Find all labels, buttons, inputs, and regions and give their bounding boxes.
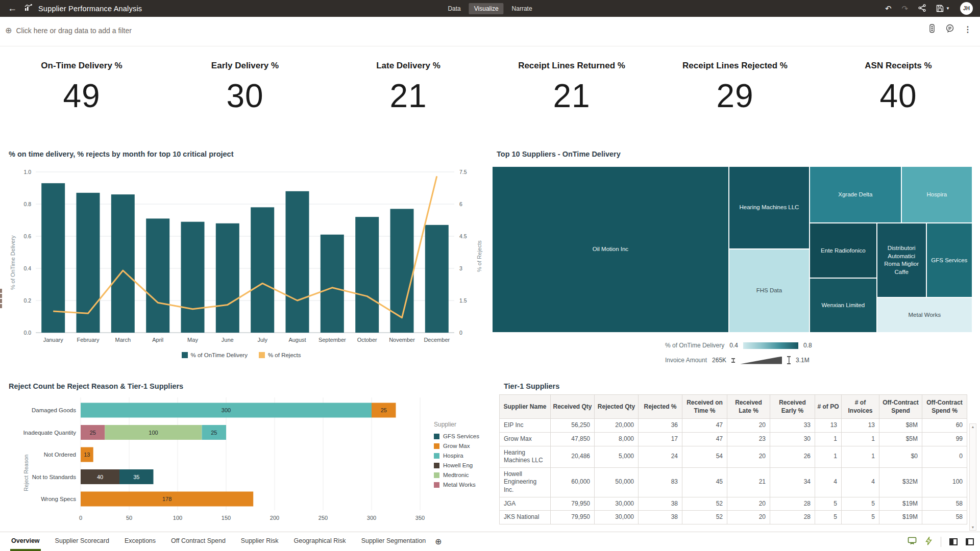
treemap-panel[interactable]: Top 10 Suppliers - OnTime Delivery Oil M… <box>492 142 976 372</box>
bar-december[interactable] <box>425 225 449 333</box>
kpi-tile[interactable]: On-Time Delivery % 49 <box>0 46 163 141</box>
bar-april[interactable] <box>146 218 169 333</box>
canvas-tab-off-contract-spend[interactable]: Off Contract Spend <box>170 532 227 551</box>
treemap-tile[interactable]: GFS Services <box>926 223 972 297</box>
canvas-tab-supplier-risk[interactable]: Supplier Risk <box>240 532 280 551</box>
canvas-tab-supplier-scorecard[interactable]: Supplier Scorecard <box>54 532 110 551</box>
reject-legend-item[interactable]: Medtronic <box>434 472 479 478</box>
table-row[interactable]: JGA79,95030,0003852202855$19M58 <box>500 497 967 511</box>
bar-october[interactable] <box>355 217 379 333</box>
mode-tab-visualize[interactable]: Visualize <box>469 3 504 14</box>
table-cell: 5 <box>815 511 842 524</box>
rejects-line[interactable] <box>53 176 437 317</box>
treemap-tile[interactable]: Ente Radiofonico <box>810 223 877 278</box>
kpi-tile[interactable]: Receipt Lines Rejected % 29 <box>653 46 817 141</box>
table-header-cell[interactable]: Rejected % <box>639 395 682 419</box>
suppliers-table: Supplier NameReceived QtyRejected QtyRej… <box>499 394 967 524</box>
bar-february[interactable] <box>77 193 100 333</box>
canvas-tab-exceptions[interactable]: Exceptions <box>124 532 157 551</box>
treemap-tile[interactable]: FHS Data <box>729 249 810 333</box>
layout-panel-left-icon[interactable] <box>949 538 958 545</box>
present-mode-icon[interactable] <box>908 537 917 547</box>
scroll-up-icon[interactable]: ▲ <box>970 425 976 429</box>
reject-legend-item[interactable]: GFS Services <box>434 433 479 439</box>
table-cell: 45 <box>682 467 727 497</box>
table-header-cell[interactable]: Received Qty <box>551 395 595 419</box>
bar-june[interactable] <box>216 223 239 333</box>
share-icon[interactable] <box>918 4 926 13</box>
save-button[interactable]: ▼ <box>936 5 950 12</box>
treemap-tile[interactable]: Hearing Machines LLC <box>729 166 810 249</box>
kpi-tile[interactable]: Early Delivery % 30 <box>163 46 327 141</box>
canvas-tab-geographical-risk[interactable]: Geographical Risk <box>292 532 347 551</box>
legend-swatch <box>434 482 439 488</box>
svg-text:4.5: 4.5 <box>459 233 467 239</box>
table-row[interactable]: Howell Engineering Inc.60,00050,00083452… <box>500 467 967 497</box>
treemap-tile[interactable]: Hospira <box>901 166 972 223</box>
reject-legend-item[interactable]: Grow Max <box>434 443 479 449</box>
kpi-tile[interactable]: ASN Receipts % 40 <box>817 46 980 141</box>
insights-icon[interactable] <box>945 24 954 35</box>
bar-march[interactable] <box>111 194 135 333</box>
table-row[interactable]: EIP Inc56,25020,000364720331313$8M60 <box>500 419 967 433</box>
reject-chart-panel[interactable]: Reject Count be Reject Reason & Tier-1 S… <box>3 374 488 531</box>
treemap-tile[interactable]: Metal Works <box>877 297 972 333</box>
bar-august[interactable] <box>286 191 309 333</box>
table-header-cell[interactable]: Received on Time % <box>682 395 727 419</box>
table-row[interactable]: Grow Max47,8508,0001747233011$5M99 <box>500 432 967 446</box>
layout-panel-thin-icon[interactable] <box>966 538 974 545</box>
suppliers-table-panel[interactable]: Tier-1 Suppliers Supplier NameReceived Q… <box>499 374 976 531</box>
reject-legend-item[interactable]: Hospira <box>434 453 479 459</box>
svg-text:178: 178 <box>162 496 172 502</box>
combo-chart-panel[interactable]: % on time delivery, % rejects by month f… <box>3 142 480 372</box>
reject-legend-item[interactable]: Howell Eng <box>434 462 479 468</box>
treemap-tile[interactable]: Distributori Automatici Roma Miglior Caf… <box>877 223 926 297</box>
add-canvas-icon[interactable]: ⊕ <box>435 537 442 546</box>
mode-tab-data[interactable]: Data <box>443 3 465 14</box>
treemap-size-legend-min: 265K <box>712 357 726 364</box>
table-header-cell[interactable]: Off-Contract Spend <box>879 395 922 419</box>
back-button[interactable]: ← <box>6 3 18 14</box>
svg-text:October: October <box>357 337 377 343</box>
canvas-tab-supplier-segmentation[interactable]: Supplier Segmentation <box>360 532 427 551</box>
table-header-cell[interactable]: # of Invoices <box>842 395 879 419</box>
canvas-tab-overview[interactable]: Overview <box>10 532 41 551</box>
table-scrollbar[interactable]: ▲ ▼ <box>969 423 976 531</box>
table-cell: 100 <box>922 467 967 497</box>
undo-icon[interactable]: ↶ <box>885 5 892 12</box>
bar-july[interactable] <box>251 207 274 333</box>
size-max-marker-icon <box>787 356 791 364</box>
bar-january[interactable] <box>41 183 65 333</box>
bar-may[interactable] <box>181 222 205 333</box>
table-header-cell[interactable]: Off-Contract Spend % <box>922 395 967 419</box>
legend-item[interactable]: % of OnTime Delivery <box>182 352 248 358</box>
more-options-icon[interactable]: ⋮ <box>964 26 972 34</box>
kpi-tile[interactable]: Late Delivery % 21 <box>327 46 490 141</box>
auto-insights-icon[interactable] <box>925 537 933 547</box>
treemap-tile[interactable]: Wenxian Limited <box>810 278 877 333</box>
kpi-value: 30 <box>163 77 327 115</box>
scroll-down-icon[interactable]: ▼ <box>970 525 976 529</box>
svg-text:300: 300 <box>367 515 376 521</box>
legend-item[interactable]: % of Rejects <box>259 352 301 358</box>
treemap-tile[interactable]: Oil Motion Inc <box>492 166 729 333</box>
conditional-formatting-icon[interactable] <box>928 24 936 35</box>
table-header-cell[interactable]: Received Early % <box>770 395 815 419</box>
filter-bar: ⊕ Click here or drag data to add a filte… <box>0 17 980 46</box>
bar-november[interactable] <box>390 209 414 333</box>
user-avatar[interactable]: JH <box>960 2 973 15</box>
add-filter-target[interactable]: ⊕ Click here or drag data to add a filte… <box>5 26 132 35</box>
table-row[interactable]: Hearing Machines LLC20,4865,000245420261… <box>500 446 967 467</box>
table-header-cell[interactable]: Rejected Qty <box>595 395 639 419</box>
bar-september[interactable] <box>321 235 344 333</box>
reject-legend-item[interactable]: Metal Works <box>434 482 479 488</box>
table-row[interactable]: JKS National79,95030,0003852202855$19M58 <box>500 511 967 524</box>
table-header-cell[interactable]: # of PO <box>815 395 842 419</box>
table-header-cell[interactable]: Supplier Name <box>500 395 551 419</box>
treemap-tile[interactable]: Xgrade Delta <box>810 166 901 223</box>
kpi-row: On-Time Delivery % 49 Early Delivery % 3… <box>0 46 980 141</box>
mode-tab-narrate[interactable]: Narrate <box>507 3 537 14</box>
kpi-tile[interactable]: Receipt Lines Returned % 21 <box>490 46 653 141</box>
table-header-cell[interactable]: Received Late % <box>727 395 770 419</box>
redo-icon[interactable]: ↷ <box>902 5 909 12</box>
